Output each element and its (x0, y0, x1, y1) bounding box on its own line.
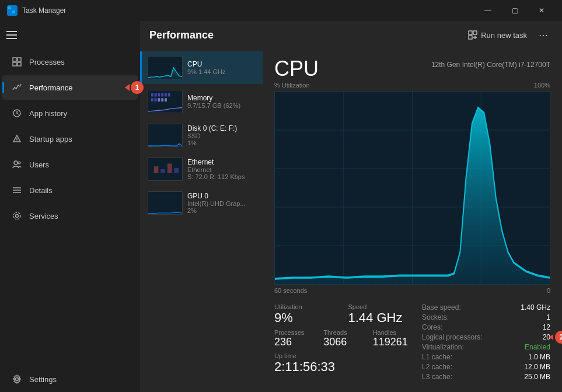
app-body: Processes Performance 1 (0, 21, 562, 392)
info-sockets: Sockets: 1 (422, 313, 550, 321)
cpu-name: CPU (187, 60, 257, 68)
sidebar-item-performance[interactable]: Performance 1 (2, 75, 138, 100)
sidebar-item-processes[interactable]: Processes (2, 50, 138, 74)
detail-panel: CPU 12th Gen Intel(R) Core(TM) i7-12700T… (263, 49, 562, 392)
run-new-task-label: Run new task (481, 31, 527, 40)
users-icon (12, 159, 22, 170)
sidebar-item-startup-apps-label: Startup apps (29, 135, 72, 144)
resource-item-memory[interactable]: Memory 9.7/15.7 GB (62%) (140, 85, 263, 118)
more-options-icon: ⋯ (539, 30, 548, 41)
more-options-button[interactable]: ⋯ (534, 26, 553, 44)
right-info-panel: Base speed: 1.40 GHz Sockets: 1 Cores: 1… (422, 303, 550, 383)
l1cache-val: 1.0 MB (528, 353, 550, 361)
disk-info: Disk 0 (C: E: F:) SSD 1% (187, 124, 257, 146)
svg-rect-47 (174, 168, 179, 173)
svg-point-16 (18, 162, 20, 164)
svg-rect-35 (165, 93, 167, 97)
svg-rect-34 (161, 93, 163, 97)
info-cores: Cores: 12 (422, 323, 550, 331)
svg-rect-45 (160, 169, 165, 173)
logical-processors-key: Logical processors: (422, 333, 482, 341)
disk-thumbnail (148, 124, 183, 147)
resource-list: CPU 9% 1.44 GHz (140, 49, 263, 392)
sidebar-item-settings[interactable]: Settings (2, 367, 138, 391)
svg-rect-39 (158, 98, 160, 102)
app-icon (7, 5, 18, 16)
disk-sub: SSD (187, 132, 257, 139)
svg-rect-1 (12, 6, 15, 9)
app-history-icon (12, 108, 22, 118)
performance-layout: CPU 9% 1.44 GHz (140, 49, 562, 392)
sidebar-bottom: Settings (0, 366, 140, 392)
cores-key: Cores: (422, 323, 442, 331)
sidebar-item-app-history-label: App history (29, 109, 67, 118)
annotation-badge-1: 1 (131, 81, 144, 94)
info-logical-processors: Logical processors: 20 2 (422, 333, 550, 341)
l2cache-val: 12.0 MB (524, 363, 550, 371)
processes-stat-value: 236 (274, 336, 323, 349)
svg-rect-42 (148, 124, 182, 146)
disk-usage: 1% (187, 139, 257, 146)
gpu-name: GPU 0 (187, 192, 257, 200)
svg-rect-36 (168, 93, 170, 97)
details-icon (12, 185, 22, 195)
info-l3cache: L3 cache: 25.0 MB (422, 373, 550, 381)
cpu-info: CPU 9% 1.44 GHz (187, 60, 257, 75)
svg-rect-23 (469, 31, 472, 34)
minimize-button[interactable]: — (474, 1, 501, 20)
sidebar-menu-button[interactable] (0, 21, 23, 49)
ethernet-name: Ethernet (187, 158, 257, 166)
virtualization-key: Virtualization: (422, 343, 464, 351)
utilization-stat-label: Utilization (274, 303, 348, 310)
memory-thumbnail (148, 90, 183, 113)
l1cache-key: L1 cache: (422, 353, 452, 361)
threads-stat-value: 3066 (323, 336, 372, 349)
l2cache-key: L2 cache: (422, 363, 452, 371)
handles-stat-label: Handles (373, 329, 422, 336)
sidebar-item-services[interactable]: Services (2, 204, 138, 228)
sidebar-item-app-history[interactable]: App history (2, 101, 138, 125)
svg-rect-40 (161, 98, 163, 102)
svg-rect-32 (155, 93, 157, 97)
handles-stat: Handles 119261 (373, 329, 422, 349)
run-new-task-button[interactable]: Run new task (461, 27, 534, 43)
info-l2cache: L2 cache: 12.0 MB (422, 363, 550, 371)
startup-icon (12, 134, 22, 144)
virtualization-val: Enabled (525, 343, 550, 351)
speed-stat-value: 1.44 GHz (348, 310, 423, 326)
ethernet-info: Ethernet Ethernet S: 72.0 R: 112 Kbps (187, 158, 257, 180)
settings-icon (12, 374, 22, 384)
close-button[interactable]: ✕ (528, 1, 555, 20)
sidebar-item-users[interactable]: Users (2, 152, 138, 177)
utilization-stat: Utilization 9% (274, 303, 348, 326)
resource-item-cpu[interactable]: CPU 9% 1.44 GHz (140, 51, 263, 84)
sidebar-item-startup-apps[interactable]: Startup apps (2, 127, 138, 151)
cpu-chart (274, 91, 550, 285)
speed-stat: Speed 1.44 GHz (348, 303, 423, 326)
sidebar-item-details[interactable]: Details (2, 178, 138, 202)
memory-name: Memory (187, 94, 257, 102)
toolbar: Performance Run new task ⋯ (140, 21, 562, 49)
svg-rect-0 (8, 6, 11, 9)
info-l1cache: L1 cache: 1.0 MB (422, 353, 550, 361)
sockets-val: 1 (546, 313, 550, 321)
resource-item-gpu[interactable]: GPU 0 Intel(R) UHD Grap... 2% (140, 187, 263, 219)
content-area: Performance Run new task ⋯ (140, 21, 562, 392)
svg-rect-24 (473, 31, 477, 34)
chart-time-label: 60 seconds (274, 287, 307, 294)
sidebar-item-performance-label: Performance (29, 83, 72, 92)
window-controls: — ▢ ✕ (474, 1, 555, 20)
threads-stat: Threads 3066 (323, 329, 372, 349)
processes-stat-label: Processes (274, 329, 323, 336)
maximize-button[interactable]: ▢ (501, 1, 528, 20)
svg-rect-9 (13, 62, 16, 66)
svg-point-14 (16, 141, 18, 142)
svg-point-22 (16, 378, 19, 381)
utilization-label: % Utilization (274, 82, 310, 89)
window-title: Task Manager (22, 6, 474, 15)
resource-item-ethernet[interactable]: Ethernet Ethernet S: 72.0 R: 112 Kbps (140, 153, 263, 186)
svg-point-21 (13, 212, 20, 219)
resource-item-disk[interactable]: Disk 0 (C: E: F:) SSD 1% (140, 119, 263, 152)
title-bar: Task Manager — ▢ ✕ (0, 0, 562, 21)
l3cache-key: L3 cache: (422, 373, 452, 381)
